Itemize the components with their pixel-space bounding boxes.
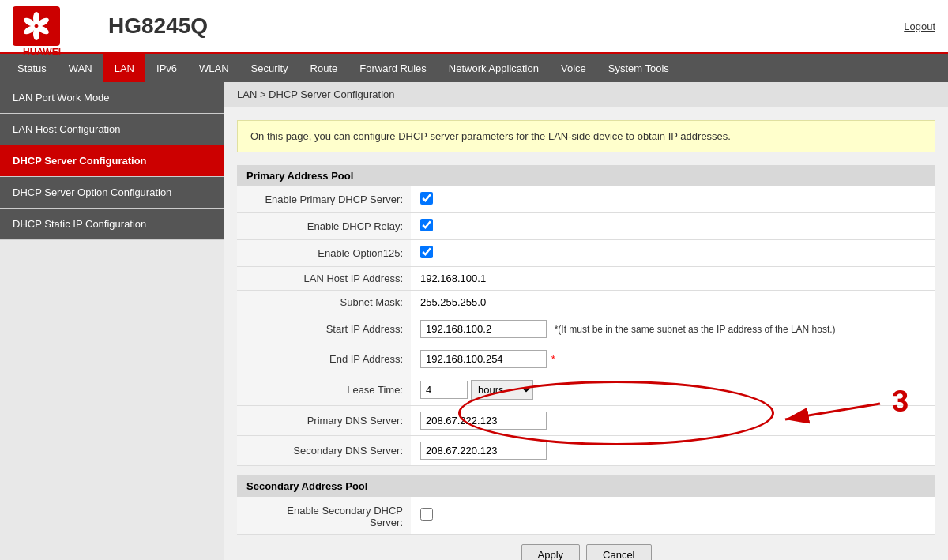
main-content: LAN > DHCP Server Configuration On this …: [224, 82, 948, 560]
table-row: Enable Primary DHCP Server:: [237, 186, 935, 213]
field-value: [411, 186, 935, 213]
nav-item-status[interactable]: Status: [6, 54, 58, 82]
apply-button[interactable]: Apply: [521, 544, 581, 560]
nav-item-network-application[interactable]: Network Application: [438, 54, 550, 82]
field-label: End IP Address:: [237, 344, 411, 374]
nav-item-system-tools[interactable]: System Tools: [597, 54, 680, 82]
form-section: Enable Primary DHCP Server: Enable DHCP …: [237, 186, 935, 466]
table-row: Start IP Address: *(It must be in the sa…: [237, 314, 935, 344]
secondary-dns-label: Secondary DNS Server:: [237, 436, 411, 466]
lease-unit-select[interactable]: hours minutes seconds: [471, 380, 533, 400]
nav-item-wlan[interactable]: WLAN: [188, 54, 240, 82]
table-row: Enable Option125:: [237, 240, 935, 267]
nav-item-security[interactable]: Security: [240, 54, 299, 82]
table-row: Enable Secondary DHCPServer:: [237, 497, 935, 535]
sidebar-item-lan-host-configuration[interactable]: LAN Host Configuration: [0, 114, 224, 145]
cancel-button[interactable]: Cancel: [586, 544, 651, 560]
logout-button[interactable]: Logout: [904, 21, 935, 32]
field-value: [411, 497, 935, 535]
subnet-mask: 255.255.255.0: [420, 296, 486, 308]
field-value: 255.255.255.0: [411, 291, 935, 314]
sidebar-item-dhcp-static-ip-configuration[interactable]: DHCP Static IP Configuration: [0, 209, 224, 240]
field-label: Lease Time:: [237, 374, 411, 406]
enable-dhcp-relay-checkbox[interactable]: [420, 219, 433, 231]
table-row: End IP Address: *: [237, 344, 935, 374]
primary-dns-input[interactable]: [420, 412, 547, 430]
arrow-annotation: 3: [722, 388, 927, 435]
field-label: Enable Option125:: [237, 240, 411, 267]
header: HUAWEI HG8245Q Logout: [0, 0, 948, 54]
field-value: *(It must be in the same subnet as the I…: [411, 314, 935, 344]
field-value: 192.168.100.1: [411, 267, 935, 291]
lease-time-input[interactable]: [420, 381, 468, 399]
secondary-pool-table: Enable Secondary DHCPServer:: [237, 497, 935, 535]
nav-item-forward-rules[interactable]: Forward Rules: [348, 54, 438, 82]
enable-primary-dhcp-checkbox[interactable]: [420, 192, 433, 205]
nav-item-lan[interactable]: LAN: [103, 54, 145, 82]
huawei-text: HUAWEI: [23, 47, 61, 58]
nav-item-voice[interactable]: Voice: [550, 54, 597, 82]
device-name: HG8245Q: [108, 13, 208, 39]
nav-item-ipv6[interactable]: IPv6: [145, 54, 188, 82]
field-label: Enable Secondary DHCPServer:: [237, 497, 411, 535]
primary-pool-title: Primary Address Pool: [237, 165, 935, 186]
sidebar-item-dhcp-server-option-configuration[interactable]: DHCP Server Option Configuration: [0, 177, 224, 209]
table-row: Enable DHCP Relay:: [237, 213, 935, 240]
huawei-logo: [13, 6, 60, 46]
field-label: Enable DHCP Relay:: [237, 213, 411, 240]
field-label: Enable Primary DHCP Server:: [237, 186, 411, 213]
sidebar-item-dhcp-server-configuration[interactable]: DHCP Server Configuration: [0, 145, 224, 177]
svg-line-8: [785, 404, 880, 419]
navbar: StatusWANLANIPv6WLANSecurityRouteForward…: [0, 54, 948, 82]
field-label: LAN Host IP Address:: [237, 267, 411, 291]
field-value: *: [411, 344, 935, 374]
lan-host-ip: 192.168.100.1: [420, 272, 486, 284]
secondary-dns-row: Secondary DNS Server:: [237, 436, 935, 466]
end-ip-input[interactable]: [420, 350, 547, 368]
sidebar-item-lan-port-work-mode[interactable]: LAN Port Work Mode: [0, 82, 224, 114]
sidebar: LAN Port Work Mode LAN Host Configuratio…: [0, 82, 224, 560]
enable-option125-checkbox[interactable]: [420, 246, 433, 258]
field-value: [411, 213, 935, 240]
table-row: Subnet Mask: 255.255.255.0: [237, 291, 935, 314]
button-row: Apply Cancel: [237, 535, 935, 560]
breadcrumb: LAN > DHCP Server Configuration: [224, 82, 948, 107]
field-label: Subnet Mask:: [237, 291, 411, 314]
field-value: [411, 240, 935, 267]
layout: LAN Port Work Mode LAN Host Configuratio…: [0, 82, 948, 560]
content-area: Primary Address Pool Enable Primary DHCP…: [224, 165, 948, 560]
table-row: LAN Host IP Address: 192.168.100.1: [237, 267, 935, 291]
info-box: On this page, you can configure DHCP ser…: [237, 120, 935, 152]
enable-secondary-dhcp-checkbox[interactable]: [420, 508, 433, 521]
primary-dns-label: Primary DNS Server:: [237, 406, 411, 436]
required-star: *: [551, 353, 555, 365]
secondary-dns-input[interactable]: [420, 442, 547, 460]
annotation-number: 3: [892, 385, 908, 418]
secondary-pool-title: Secondary Address Pool: [237, 475, 935, 497]
start-ip-note: *(It must be in the same subnet as the I…: [555, 324, 836, 335]
start-ip-input[interactable]: [420, 320, 547, 338]
nav-item-wan[interactable]: WAN: [58, 54, 103, 82]
nav-item-route[interactable]: Route: [299, 54, 349, 82]
logo-area: HUAWEI: [13, 6, 61, 46]
secondary-dns-value: [411, 436, 935, 466]
field-label: Start IP Address:: [237, 314, 411, 344]
